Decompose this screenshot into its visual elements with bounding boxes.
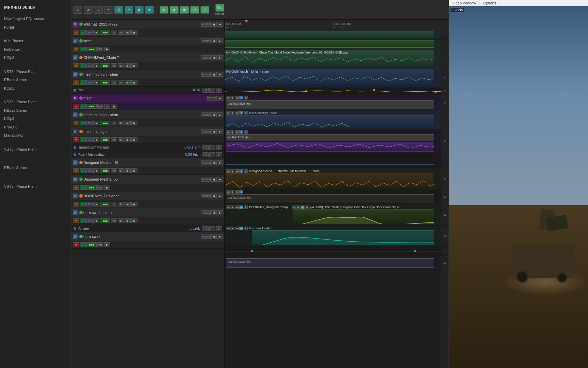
- track-name[interactable]: mech midhigh: [83, 129, 201, 134]
- tc-extra[interactable]: ◀: [211, 160, 217, 165]
- trim-btn[interactable]: trim: [111, 168, 117, 173]
- midi-mini-btn[interactable]: ■: [226, 130, 230, 134]
- horn-midi-clip[interactable]: untitled MIDI item: [226, 258, 434, 268]
- play-btn[interactable]: ▶: [131, 137, 137, 142]
- sidebar-item-kclp3[interactable]: KClp3: [0, 53, 71, 62]
- midi-mini-btn[interactable]: ■: [230, 111, 234, 114]
- fx-btn[interactable]: FX: [86, 121, 93, 125]
- sidebar-item-kclp3-2[interactable]: KClp3: [0, 84, 71, 93]
- tc-extra[interactable]: ◀: [211, 55, 217, 60]
- arrow-btn[interactable]: ◀: [93, 218, 99, 223]
- midi-mini-btn[interactable]: ■: [235, 111, 239, 114]
- mute-btn[interactable]: M: [73, 185, 79, 190]
- play-btn[interactable]: ▶: [104, 47, 110, 51]
- midi-mini-btn[interactable]: ■: [230, 169, 234, 173]
- door-audio-clip[interactable]: [293, 209, 434, 224]
- midi-mini-btn[interactable]: ■: [230, 227, 234, 230]
- tc-extra[interactable]: ◀: [211, 177, 217, 182]
- vol-fader[interactable]: ■■■: [100, 80, 110, 85]
- solo-btn[interactable]: S: [80, 168, 86, 173]
- tc-extra2[interactable]: ▶: [217, 39, 223, 43]
- midi-mini-btn[interactable]: ■: [226, 227, 230, 230]
- track-name[interactable]: WeChat_2023..4729: [83, 22, 201, 26]
- in-btn[interactable]: IN: [118, 202, 124, 206]
- param-btn1[interactable]: ◁: [202, 88, 209, 93]
- midi-mini-btn[interactable]: ■: [235, 227, 239, 230]
- tc-extra2[interactable]: ▶: [217, 177, 223, 182]
- midi-mini-btn[interactable]: ■: [239, 190, 243, 194]
- param-btn1[interactable]: ◁: [202, 152, 209, 157]
- trim-btn[interactable]: trim: [111, 121, 117, 125]
- track-name[interactable]: CHAINMvmt_Chain T: [83, 56, 201, 60]
- midi-mini-btn[interactable]: ■: [244, 96, 248, 99]
- fx-btn[interactable]: FX: [86, 202, 93, 206]
- timeline-tracks[interactable]: [+4.00dB] CHAINMvmt_Chain Tiny Metal Dri…: [225, 30, 441, 368]
- midi-mini-btn[interactable]: ■: [239, 96, 243, 99]
- fx-btn[interactable]: FX: [86, 218, 93, 223]
- route-btn[interactable]: ROUTE: [201, 55, 211, 60]
- midi-mini-btn[interactable]: ■: [226, 169, 230, 173]
- sidebar-item-portal[interactable]: Portal: [0, 23, 71, 32]
- midi-mini-btn[interactable]: ■: [226, 96, 230, 99]
- play-btn[interactable]: ▶: [131, 63, 137, 68]
- draw-btn[interactable]: ✦: [125, 6, 133, 14]
- midi-mini-btn[interactable]: ■: [235, 169, 239, 173]
- solo-btn[interactable]: S: [80, 63, 86, 68]
- sidebar-item-rbass2[interactable]: RBass Stereo: [0, 106, 71, 115]
- tc-extra[interactable]: ◀: [211, 112, 217, 117]
- midi-mini-btn[interactable]: ■: [244, 205, 248, 209]
- cut-btn[interactable]: ✂: [104, 6, 113, 14]
- midi-mini-btn[interactable]: ■: [244, 227, 248, 230]
- sidebar-item-khs[interactable]: kHs Phaser: [0, 37, 71, 45]
- midi-mini-btn2[interactable]: ■: [300, 205, 305, 209]
- tc-extra2[interactable]: ▶: [217, 96, 223, 101]
- midi-mini-btn[interactable]: ■: [230, 96, 234, 99]
- play-btn[interactable]: ▶: [131, 121, 137, 125]
- in-btn[interactable]: IN: [118, 121, 124, 125]
- sidebar-item-manipulator[interactable]: Manipulator: [0, 131, 71, 140]
- tc-extra2[interactable]: ▶: [217, 129, 223, 134]
- new-btn[interactable]: ⊕: [74, 6, 82, 14]
- solo-btn[interactable]: S: [80, 218, 86, 223]
- midi-mini-btn[interactable]: ■: [239, 205, 243, 209]
- mute-btn[interactable]: M: [73, 218, 79, 223]
- select-btn[interactable]: ▧: [114, 6, 123, 14]
- vol-fader[interactable]: ■■■: [100, 30, 110, 35]
- midi-mini-btn[interactable]: ■: [230, 190, 234, 194]
- snap-btn[interactable]: ⊞: [200, 6, 209, 14]
- route-btn[interactable]: ROUTE: [201, 210, 211, 215]
- options-menu[interactable]: Options: [480, 0, 500, 6]
- midi-mini-btn[interactable]: ■: [244, 130, 248, 134]
- solo-btn[interactable]: S: [80, 185, 86, 190]
- param-btn2[interactable]: ○: [209, 152, 215, 157]
- marker-btn[interactable]: Mar: [215, 4, 224, 12]
- midi-clip2[interactable]: untitled MIDI item: [226, 134, 434, 141]
- green-btn2[interactable]: ▶: [125, 63, 131, 68]
- audio-clip-mech[interactable]: [+3.00dB] mech midhigh - stem: [225, 69, 434, 85]
- play-btn[interactable]: ▶: [131, 202, 137, 206]
- vol-fader[interactable]: ■■■: [100, 202, 110, 206]
- mute-btn[interactable]: M: [73, 80, 79, 85]
- in-btn[interactable]: IN: [118, 137, 124, 142]
- tc-extra[interactable]: ◀: [211, 210, 217, 215]
- solo-btn[interactable]: S: [80, 137, 86, 142]
- automation-point[interactable]: [305, 90, 307, 92]
- horn-stem-clip[interactable]: [252, 230, 434, 245]
- fx-btn[interactable]: FX: [86, 168, 93, 173]
- play-btn[interactable]: ▶: [104, 185, 110, 190]
- fx-btn[interactable]: FX: [86, 63, 93, 68]
- param-btn2[interactable]: ○: [209, 88, 215, 93]
- in-btn[interactable]: IN: [118, 218, 124, 223]
- in-btn[interactable]: IN: [104, 104, 110, 109]
- sidebar-item-rbass3[interactable]: RBass Stereo: [0, 164, 71, 172]
- automation-point[interactable]: [435, 91, 437, 93]
- tc-extra[interactable]: ◀: [211, 194, 217, 198]
- midi-mini-btn[interactable]: ■: [226, 190, 230, 194]
- sidebar-item-vst3[interactable]: VST3i: Phase Plant: [0, 145, 71, 154]
- sidebar-item-kclp3-3[interactable]: KClp3: [0, 114, 71, 123]
- track-name[interactable]: Designed Mecha - El: [83, 160, 201, 165]
- in-btn[interactable]: IN: [97, 185, 103, 190]
- route-btn[interactable]: ROUTE: [201, 22, 211, 27]
- mute-btn[interactable]: M: [73, 104, 79, 109]
- midi-mini-btn[interactable]: ■: [239, 169, 243, 173]
